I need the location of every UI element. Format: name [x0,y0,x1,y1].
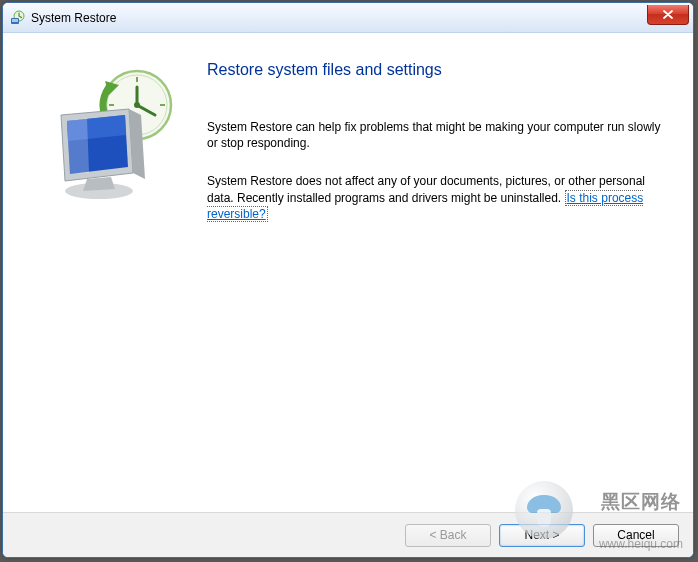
restore-illustration [27,61,197,512]
text-area: Restore system files and settings System… [197,61,669,512]
back-button: < Back [405,524,491,547]
window-title: System Restore [31,11,116,25]
next-button[interactable]: Next > [499,524,585,547]
cancel-button[interactable]: Cancel [593,524,679,547]
details-paragraph: System Restore does not affect any of yo… [207,173,669,222]
close-button[interactable] [647,5,689,25]
wizard-footer: < Back Next > Cancel [3,512,693,557]
close-icon [663,10,673,19]
titlebar[interactable]: System Restore [3,3,693,33]
svg-rect-2 [12,19,18,22]
intro-paragraph: System Restore can help fix problems tha… [207,119,669,151]
page-heading: Restore system files and settings [207,61,669,79]
content-area: Restore system files and settings System… [3,33,693,512]
system-restore-window: System Restore [2,2,694,558]
app-icon [9,10,25,26]
svg-point-9 [134,102,140,108]
